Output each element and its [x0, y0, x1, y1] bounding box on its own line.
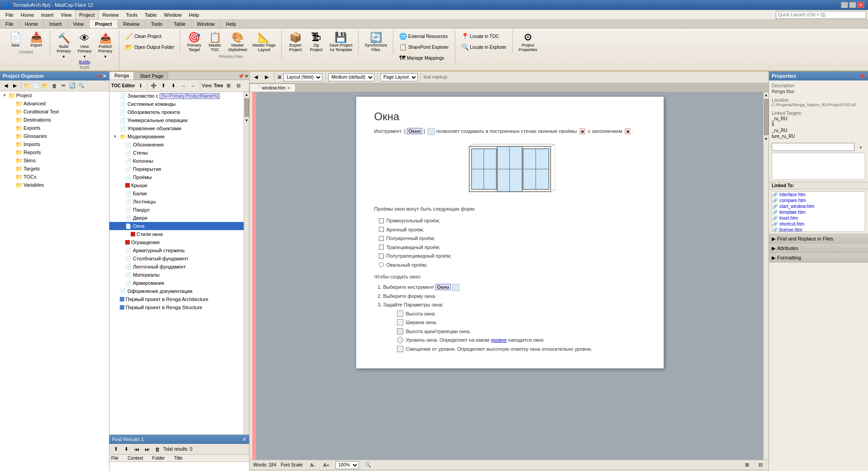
- toc-item-doors[interactable]: 📄 Двери: [109, 214, 244, 222]
- toc-item-first-project-arch[interactable]: Первый проект в Renga Architecture: [109, 295, 244, 303]
- menu-window[interactable]: Window: [160, 10, 185, 19]
- import-button[interactable]: 📥 Import: [26, 31, 46, 49]
- tree-item-destinations[interactable]: 📁 Destinations: [0, 116, 109, 124]
- toc-item-ceilings[interactable]: 📄 Перекрытия: [109, 165, 244, 173]
- proj-tool-new-folder[interactable]: 📁: [23, 82, 31, 90]
- toc-item-beams[interactable]: 📄 Балки: [109, 189, 244, 198]
- master-stylesheet-button[interactable]: 🎨 MasterStylesheet: [226, 31, 249, 53]
- panel-close-icon[interactable]: ✕: [103, 74, 106, 79]
- formatting-header[interactable]: ▶ Formatting: [769, 253, 868, 262]
- tree-toggle-tocs[interactable]: [9, 174, 14, 179]
- toc-scrollbar[interactable]: ▲ ▼: [244, 92, 249, 434]
- content-scroll-thumb[interactable]: [764, 99, 769, 135]
- tree-toggle-gloss[interactable]: [9, 133, 14, 139]
- toc-unindent-btn[interactable]: ←: [189, 81, 198, 90]
- proj-tool-back[interactable]: ◀: [2, 82, 10, 90]
- toc-move-down-btn[interactable]: ⬇: [169, 81, 178, 90]
- manage-mappings-button[interactable]: 🗺 Manage Mappings: [397, 53, 451, 63]
- attributes-header[interactable]: ▶ Attributes: [769, 244, 868, 253]
- toc-item-materials[interactable]: 📄 Материалы: [109, 271, 244, 279]
- proj-tool-rename[interactable]: ✏: [59, 82, 67, 90]
- content-scrollbar[interactable]: ▲ ▼: [763, 92, 769, 460]
- level-link[interactable]: уровне: [491, 337, 507, 343]
- menu-file[interactable]: File: [2, 10, 17, 19]
- tree-toggle-dest[interactable]: [9, 117, 14, 122]
- external-resources-button[interactable]: 🌐 External Resources: [397, 31, 451, 41]
- linked-file-start-window[interactable]: 🔗 start_window.htm: [772, 203, 865, 209]
- toc-close-icon[interactable]: ✕: [245, 74, 248, 79]
- master-page-layout-button[interactable]: 📐 Master PageLayout: [250, 31, 278, 53]
- tree-item-glossaries[interactable]: 📁 Glossaries: [0, 132, 109, 140]
- tile-horiz-btn[interactable]: ⊟: [756, 461, 765, 470]
- build-primary-button[interactable]: 🔨 BuildPrimary: [54, 31, 74, 55]
- proj-tool-new[interactable]: 📄: [32, 82, 40, 90]
- scroll-down[interactable]: ▼: [244, 118, 249, 123]
- menu-project[interactable]: Project: [75, 10, 99, 19]
- toc-item-universal-ops[interactable]: 📄 Универсальные операции: [109, 116, 244, 124]
- tree-item-conditional-text[interactable]: 📁 Conditional Text: [0, 108, 109, 116]
- proj-tool-refresh[interactable]: 🔄: [68, 82, 76, 90]
- tree-toggle-cond[interactable]: [9, 109, 14, 114]
- zip-project-button[interactable]: 🗜 ZipProject: [306, 31, 326, 53]
- toc-item-windows[interactable]: ▼ 📄 Окна: [109, 222, 244, 230]
- close-button[interactable]: ✕: [857, 2, 864, 8]
- toc-move-up-btn[interactable]: ⬆: [159, 81, 168, 90]
- toc-toggle-windows[interactable]: ▼: [118, 224, 124, 228]
- find-last-btn[interactable]: ⏭: [142, 445, 151, 454]
- tree-toggle-advanced[interactable]: [9, 101, 14, 106]
- toc-item-ramp[interactable]: 📄 Пандус: [109, 206, 244, 214]
- publish-primary-button[interactable]: 📤 PublishPrimary: [95, 31, 115, 55]
- prop-add-btn[interactable]: +: [856, 143, 865, 152]
- proj-tool-delete[interactable]: 🗑: [50, 82, 58, 90]
- open-output-folder-button[interactable]: 📂 Open Output Folder: [123, 42, 176, 52]
- zoom-btn1[interactable]: 🔍: [363, 461, 373, 470]
- tree-item-tocs[interactable]: 📁 TOCs: [0, 173, 109, 181]
- toc-item-project-browser[interactable]: 📄 Обозреватель проекта: [109, 108, 244, 116]
- increase-font-btn[interactable]: A+: [322, 461, 331, 470]
- clean-project-button[interactable]: 🧹 Clean Project: [123, 31, 176, 41]
- toc-item-modeling[interactable]: ▼ 📁 Моделирование: [109, 132, 244, 141]
- toc-item-reinforcement[interactable]: 📄 Армирование: [109, 279, 244, 287]
- toc-item-pad-foundation[interactable]: 📄 Столбчатый фундамент: [109, 254, 244, 263]
- decrease-font-btn[interactable]: A-: [308, 461, 317, 470]
- sharepoint-explorer-button[interactable]: 📋 SharePoint Explorer: [397, 42, 451, 52]
- locate-in-toc-button[interactable]: 📍 Locate in TOC: [459, 31, 509, 41]
- ribbon-tab-help[interactable]: Help: [221, 20, 242, 28]
- toc-tab-controls[interactable]: 📌 ✕: [237, 73, 249, 80]
- tile-vert-btn[interactable]: ⊞: [742, 461, 751, 470]
- ribbon-tab-review[interactable]: Review: [118, 20, 146, 28]
- tree-toggle-vars[interactable]: [9, 182, 14, 188]
- proj-tool-forward[interactable]: ▶: [11, 82, 19, 90]
- synchronize-button[interactable]: 🔄 SynchronizeFiles: [362, 31, 389, 53]
- linked-file-license[interactable]: 🔗 license.htm: [772, 227, 865, 232]
- toc-info-btn[interactable]: ℹ: [136, 81, 145, 90]
- menu-home[interactable]: Home: [17, 10, 38, 19]
- toc-item-columns[interactable]: 📄 Колонны: [109, 157, 244, 165]
- linked-file-compare[interactable]: 🔗 compare.htm: [772, 198, 865, 203]
- size-select[interactable]: Medium (default): [328, 73, 374, 81]
- proj-tool-filter[interactable]: 🔍: [77, 82, 85, 90]
- toc-item-documentation[interactable]: 📄 Оформление документации: [109, 287, 244, 295]
- tab-close-window[interactable]: ✕: [287, 86, 291, 90]
- minimize-button[interactable]: _: [841, 2, 848, 8]
- ribbon-tab-table[interactable]: Table: [168, 20, 191, 28]
- toc-item-walls[interactable]: 📄 Стены: [109, 149, 244, 157]
- toc-collapse-btn[interactable]: ⊟: [234, 81, 243, 90]
- content-scroll-down[interactable]: ▼: [764, 136, 769, 142]
- find-next-btn[interactable]: ⬇: [122, 445, 131, 454]
- panel-pin-icon[interactable]: 📌: [96, 74, 102, 79]
- tree-item-skins[interactable]: 📁 Skins: [0, 156, 109, 165]
- menu-insert[interactable]: Insert: [38, 10, 57, 19]
- toc-pin-icon[interactable]: 📌: [238, 74, 244, 79]
- tree-item-imports[interactable]: 📁 Imports: [0, 140, 109, 148]
- ribbon-tab-window[interactable]: Window: [192, 20, 221, 28]
- ribbon-tab-home[interactable]: Home: [19, 20, 44, 28]
- tree-toggle-project[interactable]: ▼: [2, 93, 7, 98]
- toc-item-notations[interactable]: 📄 Обозначения: [109, 141, 244, 149]
- editor-forward-btn[interactable]: ▶: [262, 73, 271, 82]
- editor-tab-window[interactable]: 📄 window.htm ✕: [250, 84, 296, 92]
- layout-select[interactable]: Layout (Web): [283, 73, 322, 81]
- export-project-button[interactable]: 📦 ExportProject: [285, 31, 305, 53]
- toc-tab-renga[interactable]: Renga: [109, 71, 134, 80]
- tree-toggle-exports[interactable]: [9, 125, 14, 131]
